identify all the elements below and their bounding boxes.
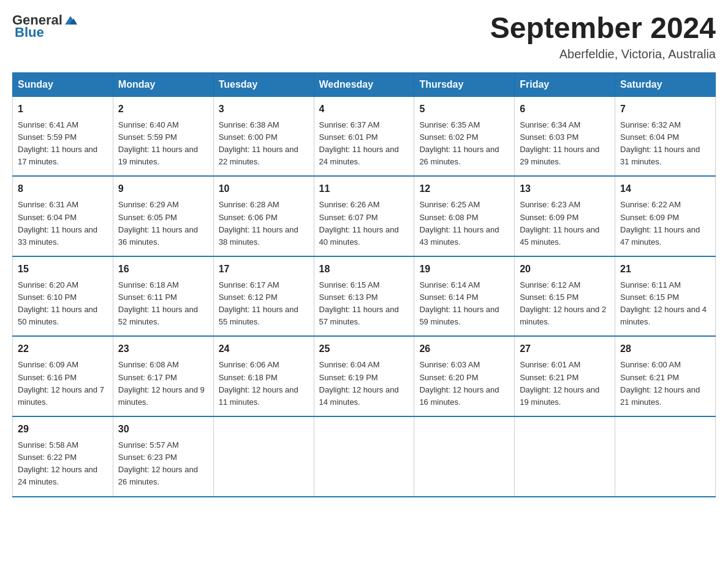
table-row: 16 Sunrise: 6:18 AMSunset: 6:11 PMDaylig… [113, 256, 213, 337]
day-info: Sunrise: 6:25 AMSunset: 6:08 PMDaylight:… [419, 200, 499, 246]
day-info: Sunrise: 6:01 AMSunset: 6:21 PMDaylight:… [520, 360, 599, 406]
table-row: 29 Sunrise: 5:58 AMSunset: 6:22 PMDaylig… [13, 416, 113, 497]
table-row: 10 Sunrise: 6:28 AMSunset: 6:06 PMDaylig… [213, 176, 314, 256]
table-row: 2 Sunrise: 6:40 AMSunset: 5:59 PMDayligh… [113, 96, 213, 176]
day-info: Sunrise: 6:28 AMSunset: 6:06 PMDaylight:… [219, 200, 298, 246]
table-row: 18 Sunrise: 6:15 AMSunset: 6:13 PMDaylig… [314, 256, 414, 337]
day-number: 7 [620, 102, 710, 117]
day-info: Sunrise: 6:04 AMSunset: 6:19 PMDaylight:… [319, 360, 399, 406]
calendar-week-row: 29 Sunrise: 5:58 AMSunset: 6:22 PMDaylig… [13, 416, 716, 497]
day-number: 22 [18, 342, 108, 356]
month-title: September 2024 [490, 12, 716, 45]
day-info: Sunrise: 6:34 AMSunset: 6:03 PMDaylight:… [520, 120, 599, 166]
day-info: Sunrise: 6:08 AMSunset: 6:17 PMDaylight:… [118, 360, 205, 406]
day-number: 20 [520, 262, 610, 277]
table-row: 9 Sunrise: 6:29 AMSunset: 6:05 PMDayligh… [113, 176, 213, 256]
table-row: 3 Sunrise: 6:38 AMSunset: 6:00 PMDayligh… [213, 96, 314, 176]
table-row [515, 416, 615, 497]
col-thursday: Thursday [414, 72, 515, 96]
day-info: Sunrise: 6:15 AMSunset: 6:13 PMDaylight:… [319, 280, 399, 326]
day-number: 13 [520, 182, 610, 196]
table-row: 5 Sunrise: 6:35 AMSunset: 6:02 PMDayligh… [414, 96, 515, 176]
day-number: 2 [118, 102, 208, 117]
day-info: Sunrise: 6:38 AMSunset: 6:00 PMDaylight:… [219, 120, 298, 166]
day-info: Sunrise: 6:22 AMSunset: 6:09 PMDaylight:… [620, 200, 700, 246]
day-info: Sunrise: 6:20 AMSunset: 6:10 PMDaylight:… [18, 280, 97, 326]
day-info: Sunrise: 6:18 AMSunset: 6:11 PMDaylight:… [118, 280, 198, 326]
day-number: 18 [319, 262, 409, 277]
day-info: Sunrise: 6:41 AMSunset: 5:59 PMDaylight:… [18, 120, 97, 166]
col-friday: Friday [515, 72, 615, 96]
table-row: 6 Sunrise: 6:34 AMSunset: 6:03 PMDayligh… [515, 96, 615, 176]
table-row: 23 Sunrise: 6:08 AMSunset: 6:17 PMDaylig… [113, 336, 213, 416]
table-row: 4 Sunrise: 6:37 AMSunset: 6:01 PMDayligh… [314, 96, 414, 176]
day-number: 5 [419, 102, 509, 117]
day-info: Sunrise: 6:35 AMSunset: 6:02 PMDaylight:… [419, 120, 499, 166]
day-number: 11 [319, 182, 409, 196]
table-row: 19 Sunrise: 6:14 AMSunset: 6:14 PMDaylig… [414, 256, 515, 337]
calendar-week-row: 1 Sunrise: 6:41 AMSunset: 5:59 PMDayligh… [13, 96, 716, 176]
table-row [414, 416, 515, 497]
day-number: 10 [219, 182, 309, 196]
day-number: 6 [520, 102, 610, 117]
calendar-week-row: 8 Sunrise: 6:31 AMSunset: 6:04 PMDayligh… [13, 176, 716, 256]
table-row: 13 Sunrise: 6:23 AMSunset: 6:09 PMDaylig… [515, 176, 615, 256]
day-number: 17 [219, 262, 309, 277]
calendar-header-row: Sunday Monday Tuesday Wednesday Thursday… [13, 72, 716, 96]
day-info: Sunrise: 6:32 AMSunset: 6:04 PMDaylight:… [620, 120, 700, 166]
day-number: 9 [118, 182, 208, 196]
table-row: 22 Sunrise: 6:09 AMSunset: 6:16 PMDaylig… [13, 336, 113, 416]
day-number: 3 [219, 102, 309, 117]
day-info: Sunrise: 6:12 AMSunset: 6:15 PMDaylight:… [520, 280, 606, 326]
table-row: 20 Sunrise: 6:12 AMSunset: 6:15 PMDaylig… [515, 256, 615, 337]
table-row: 27 Sunrise: 6:01 AMSunset: 6:21 PMDaylig… [515, 336, 615, 416]
day-info: Sunrise: 6:03 AMSunset: 6:20 PMDaylight:… [419, 360, 499, 406]
day-number: 4 [319, 102, 409, 117]
logo: General Blue [12, 12, 77, 40]
day-info: Sunrise: 6:00 AMSunset: 6:21 PMDaylight:… [620, 360, 700, 406]
day-number: 21 [620, 262, 710, 277]
title-block: September 2024 Aberfeldie, Victoria, Aus… [490, 12, 716, 61]
day-number: 16 [118, 262, 208, 277]
table-row: 8 Sunrise: 6:31 AMSunset: 6:04 PMDayligh… [13, 176, 113, 256]
calendar-week-row: 22 Sunrise: 6:09 AMSunset: 6:16 PMDaylig… [13, 336, 716, 416]
day-number: 15 [18, 262, 108, 277]
day-number: 28 [620, 342, 710, 356]
day-number: 19 [419, 262, 509, 277]
table-row [615, 416, 716, 497]
table-row [314, 416, 414, 497]
calendar-week-row: 15 Sunrise: 6:20 AMSunset: 6:10 PMDaylig… [13, 256, 716, 337]
page-header: General Blue September 2024 Aberfeldie, … [12, 12, 716, 61]
col-sunday: Sunday [13, 72, 113, 96]
day-number: 29 [18, 422, 108, 437]
logo-triangle-icon [64, 13, 77, 27]
table-row: 11 Sunrise: 6:26 AMSunset: 6:07 PMDaylig… [314, 176, 414, 256]
day-number: 24 [219, 342, 309, 356]
day-info: Sunrise: 6:06 AMSunset: 6:18 PMDaylight:… [219, 360, 298, 406]
day-number: 25 [319, 342, 409, 356]
day-number: 1 [18, 102, 108, 117]
table-row: 26 Sunrise: 6:03 AMSunset: 6:20 PMDaylig… [414, 336, 515, 416]
location: Aberfeldie, Victoria, Australia [490, 47, 716, 61]
table-row [213, 416, 314, 497]
day-number: 23 [118, 342, 208, 356]
day-info: Sunrise: 6:23 AMSunset: 6:09 PMDaylight:… [520, 200, 599, 246]
table-row: 30 Sunrise: 5:57 AMSunset: 6:23 PMDaylig… [113, 416, 213, 497]
table-row: 12 Sunrise: 6:25 AMSunset: 6:08 PMDaylig… [414, 176, 515, 256]
table-row: 21 Sunrise: 6:11 AMSunset: 6:15 PMDaylig… [615, 256, 716, 337]
day-number: 30 [118, 422, 208, 437]
day-info: Sunrise: 5:57 AMSunset: 6:23 PMDaylight:… [118, 440, 198, 486]
col-monday: Monday [113, 72, 213, 96]
table-row: 17 Sunrise: 6:17 AMSunset: 6:12 PMDaylig… [213, 256, 314, 337]
col-saturday: Saturday [615, 72, 716, 96]
day-info: Sunrise: 6:29 AMSunset: 6:05 PMDaylight:… [118, 200, 198, 246]
day-info: Sunrise: 6:17 AMSunset: 6:12 PMDaylight:… [219, 280, 298, 326]
table-row: 25 Sunrise: 6:04 AMSunset: 6:19 PMDaylig… [314, 336, 414, 416]
day-number: 27 [520, 342, 610, 356]
table-row: 1 Sunrise: 6:41 AMSunset: 5:59 PMDayligh… [13, 96, 113, 176]
day-info: Sunrise: 6:26 AMSunset: 6:07 PMDaylight:… [319, 200, 399, 246]
logo-text-blue: Blue [15, 25, 44, 40]
day-number: 26 [419, 342, 509, 356]
table-row: 14 Sunrise: 6:22 AMSunset: 6:09 PMDaylig… [615, 176, 716, 256]
day-number: 8 [18, 182, 108, 196]
